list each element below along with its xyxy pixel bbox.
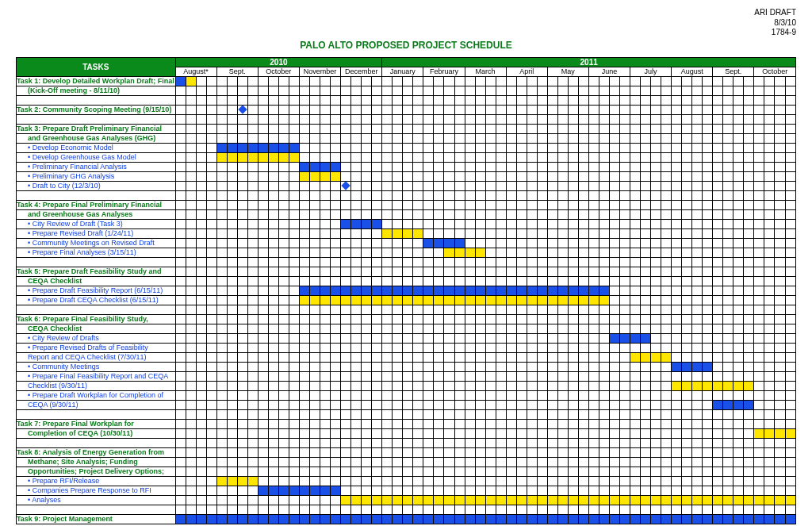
gantt-cell	[268, 324, 278, 333]
gantt-cell	[454, 162, 465, 171]
gantt-cell	[393, 362, 403, 371]
gantt-cell	[703, 257, 713, 267]
gantt-cell	[557, 209, 568, 219]
gantt-cell	[630, 457, 641, 466]
gantt-cell	[393, 486, 403, 495]
gantt-cell	[785, 495, 795, 505]
gantt-cell	[744, 181, 754, 190]
gantt-cell	[557, 162, 568, 171]
gantt-cell	[568, 114, 578, 124]
gantt-cell	[485, 190, 496, 200]
gantt-cell	[620, 295, 630, 305]
gantt-cell	[568, 457, 578, 466]
gantt-cell	[341, 390, 351, 400]
gantt-cell	[403, 333, 413, 343]
gantt-cell	[641, 438, 651, 447]
gantt-cell	[630, 505, 641, 514]
gantt-cell	[237, 381, 247, 390]
gantt-cell	[609, 209, 619, 219]
gantt-cell	[237, 362, 247, 371]
gantt-cell	[578, 295, 588, 305]
gantt-cell	[692, 495, 703, 505]
gantt-cell	[527, 219, 537, 228]
gantt-cell	[723, 124, 733, 133]
gantt-cell	[393, 295, 403, 305]
gantt-cell	[278, 457, 289, 466]
gantt-cell	[764, 400, 775, 409]
gantt-cell	[785, 209, 795, 219]
gantt-cell	[465, 162, 475, 171]
gantt-cell	[578, 447, 588, 457]
gantt-cell	[320, 419, 330, 428]
gantt-cell	[744, 105, 754, 114]
gantt-cell	[382, 438, 393, 447]
gantt-cell	[258, 162, 268, 171]
gantt-cell	[537, 362, 547, 371]
gantt-cell	[216, 314, 227, 324]
row-label: CEQA Checklist	[17, 324, 176, 333]
gantt-cell	[713, 76, 723, 86]
gantt-cell	[258, 267, 268, 276]
gantt-cell	[309, 105, 320, 114]
gantt-cell	[651, 143, 661, 152]
gantt-cell	[434, 390, 444, 400]
gantt-cell	[672, 305, 682, 314]
gantt-cell	[754, 476, 764, 486]
gantt-cell	[682, 390, 692, 400]
gantt-cell	[454, 200, 465, 209]
gantt-cell	[754, 190, 764, 200]
gantt-cell	[331, 428, 341, 438]
doc-number: 1784-9	[16, 28, 796, 38]
gantt-cell	[723, 486, 733, 495]
gantt-cell	[588, 333, 599, 343]
gantt-cell	[682, 228, 692, 238]
gantt-cell	[278, 438, 289, 447]
gantt-cell	[299, 190, 309, 200]
spacer-row	[17, 409, 796, 419]
gantt-cell	[599, 476, 609, 486]
gantt-cell	[713, 305, 723, 314]
gantt-cell	[423, 95, 434, 105]
gantt-cell	[516, 200, 527, 209]
gantt-cell	[331, 505, 341, 514]
gantt-cell	[588, 95, 599, 105]
gantt-cell	[186, 162, 196, 171]
gantt-cell	[175, 257, 186, 267]
gantt-cell	[485, 466, 496, 476]
gantt-cell	[557, 409, 568, 419]
gantt-cell	[372, 267, 382, 276]
gantt-cell	[278, 409, 289, 419]
gantt-cell	[568, 152, 578, 162]
gantt-cell	[434, 238, 444, 248]
gantt-cell	[682, 248, 692, 257]
gantt-cell	[609, 95, 619, 105]
gantt-cell	[527, 162, 537, 171]
gantt-cell	[630, 419, 641, 428]
gantt-cell	[454, 257, 465, 267]
gantt-cell	[599, 419, 609, 428]
gantt-cell	[372, 324, 382, 333]
gantt-cell	[609, 333, 619, 343]
gantt-cell	[403, 466, 413, 476]
gantt-cell	[754, 133, 764, 143]
gantt-cell	[578, 143, 588, 152]
gantt-cell	[320, 152, 330, 162]
gantt-cell	[485, 114, 496, 124]
gantt-cell	[506, 95, 516, 105]
gantt-cell	[578, 505, 588, 514]
gantt-cell	[382, 181, 393, 190]
gantt-cell	[609, 419, 619, 428]
gantt-cell	[568, 219, 578, 228]
gantt-cell	[444, 333, 454, 343]
gantt-cell	[568, 438, 578, 447]
gantt-cell	[434, 286, 444, 295]
gantt-cell	[703, 352, 713, 362]
gantt-cell	[403, 295, 413, 305]
gantt-cell	[309, 133, 320, 143]
gantt-cell	[578, 466, 588, 476]
gantt-cell	[754, 419, 764, 428]
gantt-cell	[557, 400, 568, 409]
gantt-cell	[733, 495, 744, 505]
gantt-cell	[496, 86, 506, 95]
gantt-cell	[247, 495, 258, 505]
